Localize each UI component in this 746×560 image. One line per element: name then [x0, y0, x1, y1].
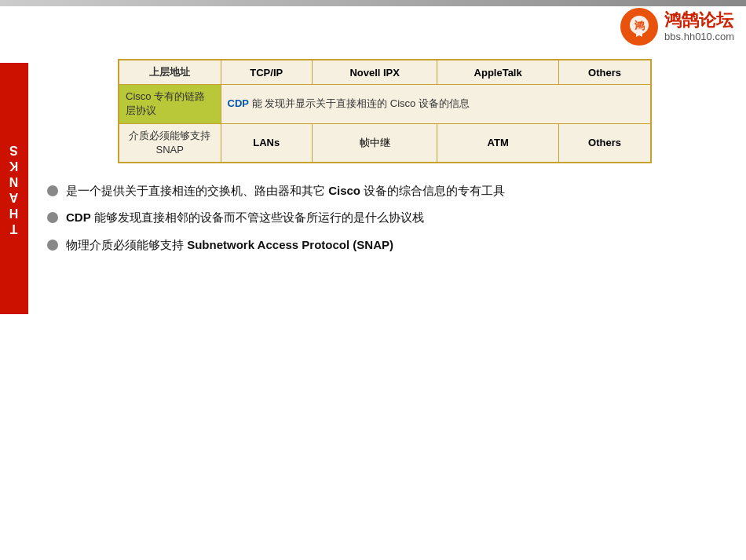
novell-cell: Novell IPX	[312, 60, 437, 85]
lans-cell: LANs	[221, 123, 312, 163]
protocol-table: 上层地址 TCP/IP Novell IPX AppleTalk Others …	[118, 59, 652, 163]
thanks-text: THANKS	[7, 141, 21, 236]
left-cell-2: Cisco 专有的链路层协议	[119, 85, 221, 123]
atm-cell: ATM	[437, 123, 559, 163]
main-content: 上层地址 TCP/IP Novell IPX AppleTalk Others …	[39, 59, 730, 544]
tcpip-cell: TCP/IP	[221, 60, 312, 85]
diagram-container: 上层地址 TCP/IP Novell IPX AppleTalk Others …	[118, 59, 652, 167]
logo-icon: 鸿	[620, 8, 658, 46]
list-item-2: CDP 能够发现直接相邻的设备而不管这些设备所运行的是什么协议栈	[47, 209, 730, 227]
logo-url: bbs.hh010.com	[664, 31, 734, 42]
bullet-list: 是一个提供关于直接相连的交换机、路由器和其它 Cisco 设备的综合信息的专有工…	[39, 182, 730, 254]
top-bar	[0, 0, 746, 6]
table-row-1: 上层地址 TCP/IP Novell IPX AppleTalk Others	[119, 60, 651, 85]
table-row-2: Cisco 专有的链路层协议 CDP 能 发现并显示关于直接相连的 Cisco …	[119, 85, 651, 123]
left-cell-1: 上层地址	[119, 60, 221, 85]
frame-relay-cell: 帧中继	[312, 123, 437, 163]
table-wrapper: 上层地址 TCP/IP Novell IPX AppleTalk Others …	[118, 59, 652, 163]
svg-text:鸿: 鸿	[634, 20, 645, 31]
list-item-1: 是一个提供关于直接相连的交换机、路由器和其它 Cisco 设备的综合信息的专有工…	[47, 182, 730, 200]
cdp-label: CDP	[228, 97, 249, 109]
bullet-dot-2	[47, 212, 58, 223]
bullet-dot-1	[47, 185, 58, 196]
others-cell-1: Others	[558, 60, 651, 85]
list-item-3: 物理介质必须能够支持 Subnetwork Access Protocol (S…	[47, 236, 730, 254]
logo-chinese: 鸿鹄论坛	[664, 11, 733, 30]
slide: 鸿 鸿鹄论坛 bbs.hh010.com THANKS 上层地址 TCP/IP …	[0, 0, 746, 560]
cdp-desc-cell: CDP 能 发现并显示关于直接相连的 Cisco 设备的信息	[221, 85, 651, 123]
bullet-text-1: 是一个提供关于直接相连的交换机、路由器和其它 Cisco 设备的综合信息的专有工…	[66, 182, 505, 200]
bullet-text-2: CDP 能够发现直接相邻的设备而不管这些设备所运行的是什么协议栈	[66, 209, 424, 227]
thanks-bar: THANKS	[0, 63, 28, 314]
logo-text: 鸿鹄论坛 bbs.hh010.com	[664, 11, 734, 42]
bullet-text-3: 物理介质必须能够支持 Subnetwork Access Protocol (S…	[66, 236, 393, 254]
others-cell-2: Others	[558, 123, 651, 163]
logo-area: 鸿 鸿鹄论坛 bbs.hh010.com	[620, 8, 734, 46]
bullet-dot-3	[47, 240, 58, 251]
left-cell-3: 介质必须能够支持 SNAP	[119, 123, 221, 163]
appletalk-cell: AppleTalk	[437, 60, 559, 85]
table-row-3: 介质必须能够支持 SNAP LANs 帧中继 ATM Others	[119, 123, 651, 163]
